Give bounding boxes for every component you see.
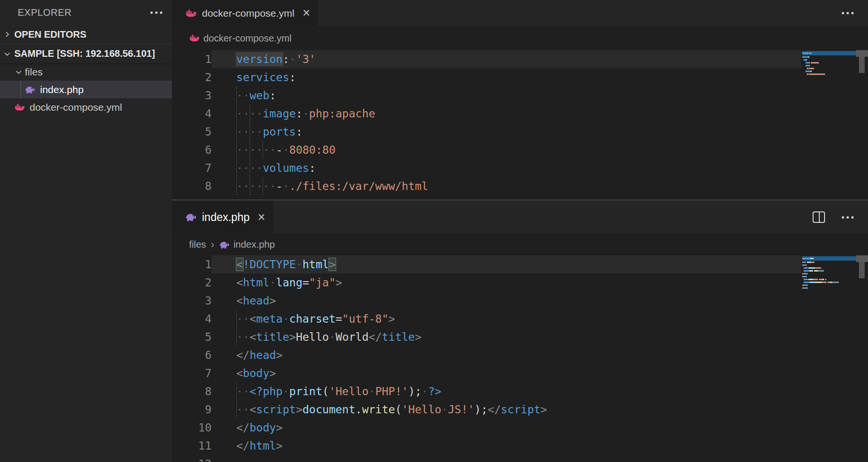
token: !DOCTYPE <box>243 258 296 271</box>
open-editors-section-header[interactable]: OPEN EDITORS <box>0 25 172 44</box>
code-line-5[interactable]: 5··<title>Hello·World</title> <box>172 328 801 346</box>
line-content <box>212 195 801 200</box>
scrollbar-thumb[interactable] <box>859 262 865 278</box>
minimap-line <box>802 287 856 289</box>
tree-item-index-php[interactable]: index.php <box>0 81 172 98</box>
line-content <box>212 455 801 462</box>
minimap[interactable] <box>802 256 856 290</box>
code-line-11[interactable]: 11</html> <box>172 437 801 455</box>
token: services <box>236 71 289 84</box>
code-line-8[interactable]: 8······-·./files:/var/www/html <box>172 177 801 195</box>
workspace-section-header[interactable]: SAMPLE [SSH: 192.168.56.101] <box>0 44 172 63</box>
chevron-right-icon <box>3 30 11 39</box>
indent-guide <box>250 177 250 195</box>
tree-indent-guide <box>21 81 21 98</box>
explorer-more-icon[interactable] <box>149 11 163 14</box>
breadcrumb-folder[interactable]: files <box>189 239 206 250</box>
code-line-6[interactable]: 6······-·8080:80 <box>172 141 801 159</box>
line-content: services: <box>212 68 801 86</box>
line-content: ····volumes: <box>212 159 801 177</box>
line-number: 2 <box>172 68 212 86</box>
editor-actions-more-icon[interactable] <box>840 12 855 14</box>
token: charset <box>289 313 336 325</box>
code-line-1[interactable]: 1<!DOCTYPE·html> <box>172 255 801 273</box>
line-content: </head> <box>212 346 801 364</box>
token: meta <box>256 313 283 325</box>
code-line-3[interactable]: 3··web: <box>172 86 801 105</box>
explorer-title: EXPLORER <box>18 7 149 18</box>
php-icon <box>219 241 230 249</box>
token: document <box>303 403 356 416</box>
docker-icon <box>189 34 200 42</box>
token: < <box>250 313 256 325</box>
scrollbar-thumb[interactable] <box>856 255 868 262</box>
code-line-3[interactable]: 3<head> <box>172 292 801 310</box>
scrollbar[interactable] <box>856 50 868 200</box>
token: : <box>296 126 303 138</box>
code-line-2[interactable]: 2<html·lang="ja"> <box>172 273 801 292</box>
line-content: ··<title>Hello·World</title> <box>212 328 801 346</box>
token: · <box>283 385 289 398</box>
split-editor-icon[interactable] <box>813 211 825 223</box>
indent-guide <box>236 159 237 177</box>
token: title <box>382 331 415 343</box>
breadcrumb-file[interactable]: docker-compose.yml <box>203 33 292 44</box>
tab-label: index.php <box>202 211 250 224</box>
scrollbar-thumb[interactable] <box>859 57 865 73</box>
code-line-4[interactable]: 4··<meta·charset="utf-8"> <box>172 310 801 328</box>
code-line-8[interactable]: 8··<?php·print('Hello·PHP!');·?> <box>172 382 801 400</box>
code-line-1[interactable]: 1version:·'3' <box>172 50 801 68</box>
line-number: 3 <box>172 292 212 310</box>
explorer-sidebar: EXPLORER OPEN EDITORS SAMPLE [SSH: 192.1… <box>0 0 172 462</box>
code-line-7[interactable]: 7<body> <box>172 364 801 382</box>
tab-docker-compose-yml[interactable]: docker-compose.yml × <box>172 0 318 26</box>
scrollbar[interactable] <box>856 255 868 462</box>
token: > <box>336 276 342 289</box>
token: ./files:/var/www/html <box>289 180 428 192</box>
editor-actions-more-icon[interactable] <box>840 216 855 219</box>
breadcrumb-top[interactable]: docker-compose.yml <box>172 26 868 50</box>
breadcrumb-bottom[interactable]: files › index.php <box>172 234 868 255</box>
token: ( <box>322 385 329 398</box>
indent-guide <box>236 86 237 105</box>
token: </ <box>369 331 382 343</box>
code-line-5[interactable]: 5····ports: <box>172 123 801 141</box>
token: "ja" <box>309 276 335 289</box>
code-line-9[interactable]: 9··<script>document.write('Hello·JS!');<… <box>172 400 801 419</box>
line-content: ······-·8080:80 <box>212 141 801 159</box>
scrollbar-thumb[interactable] <box>856 50 868 57</box>
docker-icon <box>185 9 197 18</box>
tree-item-docker-compose-yml[interactable]: docker-compose.yml <box>0 98 172 116</box>
code-line-9[interactable]: 9 <box>172 195 801 200</box>
token: ?> <box>428 385 442 398</box>
token: - <box>276 144 283 156</box>
chevron-down-icon <box>3 50 11 58</box>
minimap-line <box>802 270 856 272</box>
close-icon[interactable]: × <box>258 211 265 224</box>
vscode-window: EXPLORER OPEN EDITORS SAMPLE [SSH: 192.1… <box>0 0 868 462</box>
close-icon[interactable]: × <box>303 7 310 20</box>
token: head <box>243 294 269 307</box>
token: < <box>250 403 256 416</box>
token: php:apache <box>309 107 375 120</box>
line-content: <html·lang="ja"> <box>212 273 801 292</box>
minimap-line <box>802 279 856 280</box>
token: 'Hello <box>329 385 369 398</box>
code-line-2[interactable]: 2services: <box>172 68 801 86</box>
tab-index-php[interactable]: index.php × <box>172 200 273 234</box>
code-line-4[interactable]: 4····image:·php:apache <box>172 105 801 123</box>
code-lines: 1version:·'3'2services:3··web:4····image… <box>172 50 801 200</box>
token: > <box>289 331 296 343</box>
code-line-6[interactable]: 6</head> <box>172 346 801 364</box>
editor-group-bottom: index.php × files › index.php <box>172 200 868 462</box>
code-line-12[interactable]: 12 <box>172 455 801 462</box>
code-line-7[interactable]: 7····volumes: <box>172 159 801 177</box>
line-content: </body> <box>212 419 801 437</box>
token: PHP!' <box>375 385 408 398</box>
workspace-label: SAMPLE [SSH: 192.168.56.101] <box>14 48 155 59</box>
minimap[interactable] <box>802 51 856 76</box>
tree-item-files-folder[interactable]: files <box>0 63 172 81</box>
breadcrumb-file[interactable]: index.php <box>233 239 275 250</box>
token: < <box>236 276 243 289</box>
code-line-10[interactable]: 10</body> <box>172 419 801 437</box>
